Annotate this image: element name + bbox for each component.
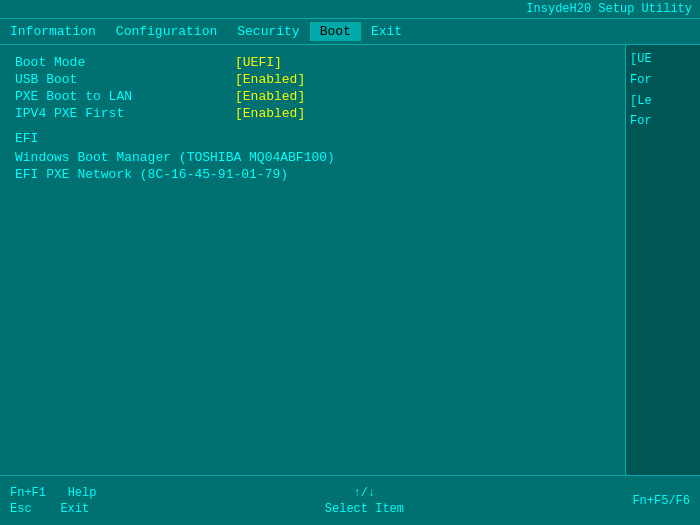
- boot-entry-efi-pxe[interactable]: EFI PXE Network (8C-16-45-91-01-79): [15, 167, 610, 182]
- center-panel: Boot Mode [UEFI] USB Boot [Enabled] PXE …: [0, 45, 625, 490]
- main-content: Boot Mode [UEFI] USB Boot [Enabled] PXE …: [0, 45, 700, 490]
- label-boot-mode: Boot Mode: [15, 55, 235, 70]
- fn-f5-f6-label: Fn+F5/F6: [632, 494, 690, 508]
- setting-row-pxe-boot[interactable]: PXE Boot to LAN [Enabled]: [15, 89, 610, 104]
- status-left: Fn+F1 Help Esc Exit: [10, 486, 96, 516]
- value-usb-boot: [Enabled]: [235, 72, 305, 87]
- setting-row-boot-mode[interactable]: Boot Mode [UEFI]: [15, 55, 610, 70]
- help-label: Help: [68, 486, 97, 500]
- setting-row-ipv4-pxe[interactable]: IPV4 PXE First [Enabled]: [15, 106, 610, 121]
- label-usb-boot: USB Boot: [15, 72, 235, 87]
- menu-bar: Information Configuration Security Boot …: [0, 19, 700, 45]
- exit-label: Exit: [60, 502, 89, 516]
- esc-label: Esc: [10, 502, 32, 516]
- status-center: ↑/↓ Select Item: [325, 486, 404, 516]
- esc-exit: Esc Exit: [10, 502, 96, 516]
- boot-entry-windows[interactable]: Windows Boot Manager (TOSHIBA MQ04ABF100…: [15, 150, 610, 165]
- menu-item-exit[interactable]: Exit: [361, 22, 412, 41]
- status-right: Fn+F5/F6: [632, 494, 690, 508]
- select-item-label: Select Item: [325, 502, 404, 516]
- menu-item-security[interactable]: Security: [227, 22, 309, 41]
- menu-item-information[interactable]: Information: [0, 22, 106, 41]
- title-bar: InsydeH20 Setup Utility: [0, 0, 700, 19]
- value-ipv4-pxe: [Enabled]: [235, 106, 305, 121]
- menu-item-configuration[interactable]: Configuration: [106, 22, 227, 41]
- right-panel-item-3: For: [630, 113, 696, 130]
- right-panel: [UE For [Le For: [625, 45, 700, 490]
- setting-row-usb-boot[interactable]: USB Boot [Enabled]: [15, 72, 610, 87]
- arrows-icon: ↑/↓: [354, 486, 376, 500]
- efi-section-header: EFI: [15, 131, 610, 146]
- label-pxe-boot: PXE Boot to LAN: [15, 89, 235, 104]
- value-boot-mode: [UEFI]: [235, 55, 282, 70]
- menu-item-boot[interactable]: Boot: [310, 22, 361, 41]
- value-pxe-boot: [Enabled]: [235, 89, 305, 104]
- right-panel-item-2: [Le: [630, 93, 696, 110]
- fn-f1-help: Fn+F1 Help: [10, 486, 96, 500]
- fn-f1-label: Fn+F1: [10, 486, 46, 500]
- label-ipv4-pxe: IPV4 PXE First: [15, 106, 235, 121]
- status-bar: Fn+F1 Help Esc Exit ↑/↓ Select Item Fn+F…: [0, 475, 700, 525]
- app-title: InsydeH20 Setup Utility: [526, 2, 692, 16]
- right-panel-item-1: For: [630, 72, 696, 89]
- right-panel-item-0: [UE: [630, 51, 696, 68]
